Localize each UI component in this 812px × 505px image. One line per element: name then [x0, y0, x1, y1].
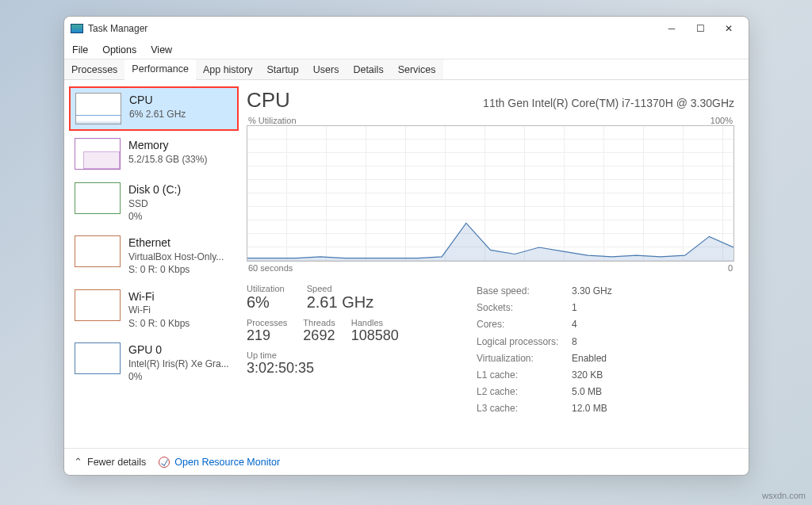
- sidebar-item-net-3[interactable]: EthernetVirtualBox Host-Only...S: 0 R: 0…: [69, 230, 239, 281]
- app-icon: [71, 24, 83, 33]
- footer: ⌃Fewer details Open Resource Monitor: [64, 448, 749, 475]
- titlebar[interactable]: Task Manager ─ ☐ ✕: [64, 17, 749, 40]
- sidebar-item-cpu-0[interactable]: CPU6% 2.61 GHz: [69, 86, 239, 131]
- thumb-icon: [75, 235, 121, 267]
- thumb-icon: [75, 342, 121, 374]
- chevron-up-icon: ⌃: [74, 456, 82, 468]
- menu-file[interactable]: File: [72, 44, 88, 55]
- spec-row: Virtualization:Enabled: [477, 351, 612, 366]
- tab-performance[interactable]: Performance: [124, 60, 196, 80]
- sidebar-item-net-4[interactable]: Wi-FiWi-FiS: 0 R: 0 Kbps: [69, 284, 239, 335]
- cpu-chart: [247, 125, 734, 262]
- window-title: Task Manager: [88, 23, 147, 34]
- processes-label: Processes: [247, 318, 287, 327]
- tab-details[interactable]: Details: [346, 59, 390, 79]
- sidebar-item-gpu-5[interactable]: GPU 0Intel(R) Iris(R) Xe Gra...0%: [69, 337, 239, 388]
- spec-row: L3 cache:12.0 MB: [477, 401, 612, 416]
- spec-row: Base speed:3.30 GHz: [477, 284, 612, 299]
- handles-label: Handles: [351, 318, 399, 327]
- speed-label: Speed: [307, 284, 373, 293]
- minimize-button[interactable]: ─: [666, 23, 677, 34]
- thumb-icon: [75, 182, 121, 214]
- page-title: CPU: [247, 88, 290, 113]
- uptime-value: 3:02:50:35: [247, 360, 453, 377]
- thumb-icon: [75, 93, 121, 124]
- spec-row: L1 cache:320 KB: [477, 368, 612, 383]
- tab-users[interactable]: Users: [306, 59, 347, 79]
- chart-xmin: 0: [728, 263, 733, 273]
- tab-bar: Processes Performance App history Startu…: [64, 59, 749, 80]
- menubar: File Options View: [64, 40, 749, 59]
- utilization-value: 6%: [247, 293, 285, 312]
- menu-options[interactable]: Options: [102, 44, 136, 55]
- task-manager-window: Task Manager ─ ☐ ✕ File Options View Pro…: [63, 16, 749, 476]
- sidebar-item-disk-2[interactable]: Disk 0 (C:)SSD0%: [69, 177, 239, 228]
- tab-app-history[interactable]: App history: [196, 59, 260, 79]
- handles-value: 108580: [351, 327, 399, 344]
- tab-processes[interactable]: Processes: [64, 59, 124, 79]
- thumb-icon: [75, 289, 121, 321]
- watermark: wsxdn.com: [762, 491, 806, 500]
- threads-value: 2692: [303, 327, 335, 344]
- cpu-spec-list: Base speed:3.30 GHzSockets:1Cores:4Logic…: [477, 284, 612, 417]
- perf-main: CPU 11th Gen Intel(R) Core(TM) i7-11370H…: [239, 80, 749, 448]
- chart-ylabel: % Utilization: [248, 116, 297, 125]
- thumb-icon: [75, 138, 121, 170]
- open-resource-monitor-link[interactable]: Open Resource Monitor: [159, 457, 280, 468]
- sidebar-item-mem-1[interactable]: Memory5.2/15.8 GB (33%): [69, 132, 239, 175]
- tab-startup[interactable]: Startup: [259, 59, 305, 79]
- cpu-model: 11th Gen Intel(R) Core(TM) i7-11370H @ 3…: [483, 97, 734, 109]
- utilization-label: Utilization: [247, 284, 285, 293]
- chart-xmax: 60 seconds: [248, 263, 293, 273]
- speed-value: 2.61 GHz: [307, 293, 373, 312]
- menu-view[interactable]: View: [151, 44, 172, 55]
- fewer-details-button[interactable]: ⌃Fewer details: [74, 456, 146, 468]
- spec-row: Cores:4: [477, 317, 612, 332]
- threads-label: Threads: [303, 318, 335, 327]
- close-button[interactable]: ✕: [723, 23, 734, 34]
- uptime-label: Up time: [247, 350, 453, 360]
- spec-row: Sockets:1: [477, 300, 612, 316]
- spec-row: L2 cache:5.0 MB: [477, 384, 612, 400]
- spec-row: Logical processors:8: [477, 335, 612, 350]
- maximize-button[interactable]: ☐: [695, 23, 706, 34]
- chart-ymax: 100%: [710, 116, 733, 125]
- processes-value: 219: [247, 327, 287, 344]
- tab-services[interactable]: Services: [391, 59, 443, 79]
- resource-monitor-icon: [159, 457, 170, 468]
- perf-sidebar: CPU6% 2.61 GHzMemory5.2/15.8 GB (33%)Dis…: [64, 80, 239, 448]
